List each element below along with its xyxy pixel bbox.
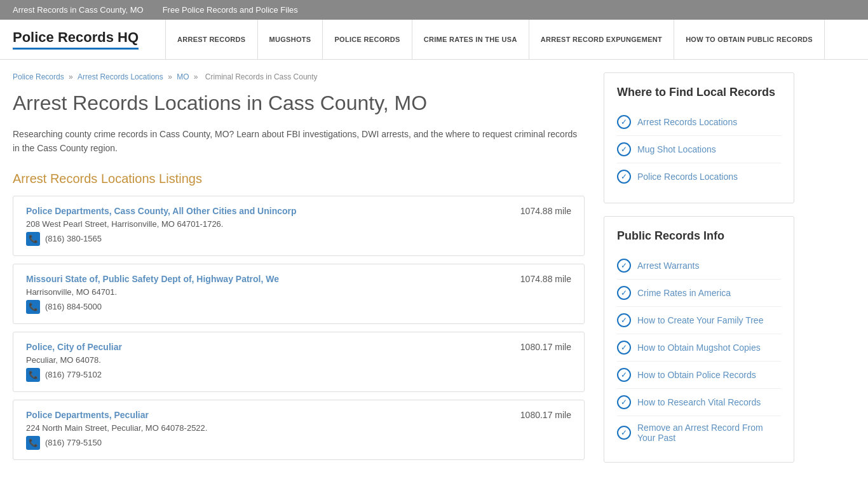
sidebar-link-label-family-tree: How to Create Your Family Tree [637, 315, 763, 325]
sidebar-link-remove-arrest[interactable]: ✓ Remove an Arrest Record From Your Past [617, 416, 781, 449]
sidebar-link-vital-records[interactable]: ✓ How to Research Vital Records [617, 389, 781, 416]
listing-distance-1: 1074.88 mile [520, 274, 571, 284]
listing-name-1: Missouri State of, Public Safety Dept of… [26, 274, 279, 284]
listings-title: Arrest Records Locations Listings [13, 172, 585, 186]
listing-card-3: Police Departments, Peculiar 1080.17 mil… [13, 400, 585, 460]
listing-card-0: Police Departments, Cass County, All Oth… [13, 196, 585, 256]
check-icon-8: ✓ [617, 368, 631, 382]
listing-name-3: Police Departments, Peculiar [26, 410, 149, 420]
listing-name-2: Police, City of Peculiar [26, 342, 122, 352]
sidebar-link-police-records[interactable]: ✓ Police Records Locations [617, 163, 781, 190]
sidebar-link-arrest-locations[interactable]: ✓ Arrest Records Locations [617, 109, 781, 136]
nav-arrest-records[interactable]: ARREST RECORDS [165, 20, 258, 59]
listing-card-1: Missouri State of, Public Safety Dept of… [13, 264, 585, 324]
nav-crime-rates[interactable]: CRIME RATES IN THE USA [412, 20, 529, 59]
listing-phone-0: 📞 (816) 380-1565 [26, 232, 571, 246]
breadcrumb-sep-1: » [69, 72, 75, 81]
listing-address-1: Harrisonville, MO 64701. [26, 287, 571, 297]
breadcrumb-sep-2: » [168, 72, 174, 81]
sidebar-link-label-vital-records: How to Research Vital Records [637, 397, 761, 407]
nav-expungement[interactable]: ARREST RECORD EXPUNGEMENT [529, 20, 674, 59]
listing-phone-number-0[interactable]: (816) 380-1565 [45, 234, 102, 243]
sidebar-link-police-records-obtain[interactable]: ✓ How to Obtain Police Records [617, 362, 781, 389]
listing-header-2: Police, City of Peculiar 1080.17 mile [26, 342, 571, 352]
top-bar-link-2[interactable]: Free Police Records and Police Files [163, 5, 298, 15]
sidebar-link-mugshot-copies[interactable]: ✓ How to Obtain Mugshot Copies [617, 334, 781, 362]
phone-icon-0: 📞 [26, 232, 40, 246]
sidebar-link-label-mug-shot: Mug Shot Locations [637, 144, 716, 154]
nav-police-records[interactable]: POLICE RECORDS [323, 20, 412, 59]
header: Police Records HQ ARREST RECORDS MUGSHOT… [0, 20, 868, 60]
nav-public-records[interactable]: HOW TO OBTAIN PUBLIC RECORDS [674, 20, 825, 59]
sidebar-box-local-records: Where to Find Local Records ✓ Arrest Rec… [604, 72, 794, 203]
sidebar-link-label-police-records-obtain: How to Obtain Police Records [637, 370, 756, 380]
main-content: Police Records » Arrest Records Location… [13, 72, 604, 475]
sidebar-link-label-arrest-locations: Arrest Records Locations [637, 117, 737, 127]
breadcrumb-police-records[interactable]: Police Records [13, 72, 64, 81]
sidebar-link-family-tree[interactable]: ✓ How to Create Your Family Tree [617, 307, 781, 334]
breadcrumb-sep-3: » [194, 72, 200, 81]
sidebar-link-label-arrest-warrants: Arrest Warrants [637, 261, 700, 271]
sidebar-box-public-records: Public Records Info ✓ Arrest Warrants ✓ … [604, 216, 794, 463]
listing-phone-1: 📞 (816) 884-5000 [26, 300, 571, 314]
page-container: Police Records » Arrest Records Location… [0, 60, 868, 488]
sidebar-link-label-crime-rates: Crime Rates in America [637, 288, 731, 298]
sidebar-link-arrest-warrants[interactable]: ✓ Arrest Warrants [617, 252, 781, 280]
main-nav: ARREST RECORDS MUGSHOTS POLICE RECORDS C… [165, 20, 825, 59]
listing-distance-0: 1074.88 mile [520, 206, 571, 216]
top-bar: Arrest Records in Cass County, MO Free P… [0, 0, 868, 20]
listing-header-1: Missouri State of, Public Safety Dept of… [26, 274, 571, 284]
check-icon-2: ✓ [617, 142, 631, 156]
sidebar-link-label-mugshot-copies: How to Obtain Mugshot Copies [637, 342, 761, 353]
top-bar-link-1[interactable]: Arrest Records in Cass County, MO [13, 5, 144, 15]
sidebar-link-label-police-records: Police Records Locations [637, 172, 738, 182]
breadcrumb-current: Criminal Records in Cass County [205, 72, 318, 81]
breadcrumb-arrest-locations[interactable]: Arrest Records Locations [78, 72, 163, 81]
listing-header-3: Police Departments, Peculiar 1080.17 mil… [26, 410, 571, 420]
listing-address-2: Peculiar, MO 64078. [26, 355, 571, 365]
check-icon-9: ✓ [617, 395, 631, 409]
sidebar-link-mug-shot[interactable]: ✓ Mug Shot Locations [617, 136, 781, 163]
sidebar-link-label-remove-arrest: Remove an Arrest Record From Your Past [637, 423, 781, 443]
check-icon-4: ✓ [617, 259, 631, 273]
sidebar-box-1-title: Where to Find Local Records [617, 86, 781, 99]
sidebar-link-crime-rates[interactable]: ✓ Crime Rates in America [617, 280, 781, 307]
phone-icon-3: 📞 [26, 436, 40, 450]
listing-distance-2: 1080.17 mile [520, 342, 571, 352]
listing-name-0: Police Departments, Cass County, All Oth… [26, 206, 297, 216]
breadcrumb: Police Records » Arrest Records Location… [13, 72, 585, 81]
nav-mugshots[interactable]: MUGSHOTS [258, 20, 323, 59]
site-logo[interactable]: Police Records HQ [13, 29, 139, 50]
check-icon-1: ✓ [617, 115, 631, 129]
listing-header-0: Police Departments, Cass County, All Oth… [26, 206, 571, 216]
breadcrumb-mo[interactable]: MO [177, 72, 189, 81]
listing-phone-number-1[interactable]: (816) 884-5000 [45, 302, 102, 311]
check-icon-3: ✓ [617, 170, 631, 184]
listing-phone-number-2[interactable]: (816) 779-5102 [45, 370, 102, 379]
listing-distance-3: 1080.17 mile [520, 410, 571, 420]
page-description: Researching county crime records in Cass… [13, 127, 585, 156]
check-icon-7: ✓ [617, 341, 631, 355]
listing-phone-3: 📞 (816) 779-5150 [26, 436, 571, 450]
check-icon-6: ✓ [617, 313, 631, 327]
check-icon-5: ✓ [617, 286, 631, 300]
listing-address-0: 208 West Pearl Street, Harrisonville, MO… [26, 219, 571, 229]
listing-card-2: Police, City of Peculiar 1080.17 mile Pe… [13, 332, 585, 392]
logo-area: Police Records HQ [0, 20, 165, 59]
sidebar-box-2-title: Public Records Info [617, 229, 781, 243]
listing-phone-2: 📞 (816) 779-5102 [26, 368, 571, 382]
listing-phone-number-3[interactable]: (816) 779-5150 [45, 438, 102, 447]
sidebar: Where to Find Local Records ✓ Arrest Rec… [604, 72, 794, 475]
check-icon-10: ✓ [617, 426, 631, 440]
phone-icon-2: 📞 [26, 368, 40, 382]
listing-address-3: 224 North Main Street, Peculiar, MO 6407… [26, 423, 571, 433]
page-title: Arrest Records Locations in Cass County,… [13, 91, 585, 115]
phone-icon-1: 📞 [26, 300, 40, 314]
